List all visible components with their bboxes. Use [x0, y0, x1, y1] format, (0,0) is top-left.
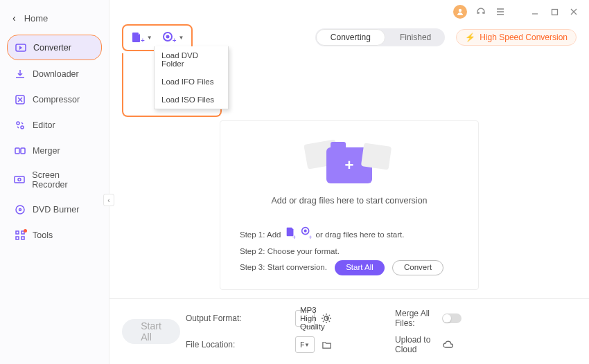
add-disc-dropdown: Load DVD Folder Load IFO Files Load ISO …: [154, 46, 229, 109]
sidebar-item-merger[interactable]: Merger: [7, 138, 102, 163]
tab-finished[interactable]: Finished: [386, 28, 445, 46]
add-file-icon: +: [285, 226, 296, 244]
sidebar-item-label: Merger: [33, 146, 60, 156]
steps-panel: Step 1: Add + + or drag files here to st…: [230, 226, 468, 275]
main-area: + ▼ + ▼ Load DVD Folder Load IFO Files L…: [109, 0, 589, 364]
svg-rect-13: [21, 237, 24, 239]
step-3: Step 3: Start conversion. Start All Conv…: [240, 260, 459, 275]
drop-zone[interactable]: + Add or drag files here to start conver…: [220, 120, 479, 290]
file-location-select[interactable]: F:\Wondershare UniConverter 1▼: [295, 336, 315, 353]
menu-icon[interactable]: [495, 6, 506, 17]
back-icon: ‹: [12, 12, 16, 24]
svg-point-9: [19, 208, 21, 210]
sidebar-item-editor[interactable]: Editor: [7, 113, 102, 137]
sidebar: ‹ Home Converter Downloader Compressor E…: [0, 0, 109, 364]
dropzone-illustration: +: [326, 138, 372, 196]
sidebar-item-compressor[interactable]: Compressor: [7, 87, 102, 111]
step-1: Step 1: Add + + or drag files here to st…: [240, 226, 459, 244]
chevron-down-icon: ▼: [147, 35, 152, 41]
svg-point-8: [16, 206, 24, 214]
home-link[interactable]: ‹ Home: [0, 6, 109, 33]
output-format-select[interactable]: MP3 High Quality▼: [295, 310, 315, 327]
merger-icon: [14, 145, 26, 156]
add-disc-button[interactable]: + ▼: [162, 31, 184, 44]
cloud-icon[interactable]: [442, 338, 455, 351]
avatar[interactable]: [453, 5, 467, 19]
plus-icon: +: [345, 156, 354, 174]
chevron-down-icon: ▼: [179, 35, 184, 41]
home-label: Home: [24, 13, 49, 24]
high-speed-button[interactable]: ⚡ High Speed Conversion: [456, 29, 577, 46]
start-all-pill[interactable]: Start All: [335, 260, 385, 275]
sidebar-item-label: Editor: [33, 120, 55, 130]
svg-point-17: [166, 36, 168, 38]
close-icon[interactable]: [568, 6, 579, 17]
downloader-icon: [14, 68, 26, 80]
sidebar-item-label: Converter: [33, 43, 71, 53]
svg-point-20: [324, 316, 328, 320]
file-location-label: File Location:: [186, 340, 290, 349]
sidebar-item-label: Downloader: [33, 69, 79, 79]
step-2: Step 2: Choose your format.: [240, 244, 459, 260]
bottom-bar: Output Format: MP3 High Quality▼ Merge A…: [109, 298, 589, 364]
sidebar-item-downloader[interactable]: Downloader: [7, 62, 102, 86]
chevron-down-icon: ▼: [304, 342, 310, 348]
sidebar-item-label: DVD Burner: [33, 205, 79, 215]
output-format-label: Output Format:: [186, 313, 290, 323]
dvd-burner-icon: [14, 203, 26, 215]
converter-icon: [15, 42, 26, 53]
compressor-icon: [14, 93, 26, 105]
sidebar-item-converter[interactable]: Converter: [7, 35, 102, 60]
svg-rect-5: [21, 148, 25, 154]
sidebar-item-label: Tools: [33, 230, 53, 240]
dropdown-item-ifo[interactable]: Load IFO Files: [155, 73, 228, 91]
open-folder-icon[interactable]: [320, 338, 333, 351]
tools-icon: [14, 229, 26, 241]
sidebar-item-label: Screen Recorder: [32, 170, 95, 190]
editor-icon: [14, 119, 26, 131]
support-icon[interactable]: [475, 6, 486, 17]
high-speed-label: High Speed Conversion: [480, 33, 568, 42]
format-settings-icon[interactable]: [320, 312, 333, 325]
sidebar-item-screen-recorder[interactable]: Screen Recorder: [7, 164, 102, 196]
svg-point-7: [18, 179, 21, 181]
svg-rect-15: [552, 9, 557, 15]
status-tabs: Converting Finished: [315, 28, 445, 46]
sidebar-item-tools[interactable]: Tools: [7, 223, 102, 247]
svg-point-14: [459, 9, 461, 12]
merge-label: Merge All Files:: [395, 309, 437, 328]
svg-point-2: [17, 122, 19, 125]
svg-point-19: [305, 230, 307, 232]
dropdown-item-iso[interactable]: Load ISO Files: [155, 91, 228, 109]
svg-rect-12: [16, 237, 19, 239]
screen-recorder-icon: [14, 174, 25, 186]
minimize-icon[interactable]: [529, 6, 540, 17]
dropzone-message: Add or drag files here to start conversi…: [230, 196, 468, 206]
svg-point-3: [21, 126, 24, 129]
add-disc-icon: +: [301, 226, 312, 244]
svg-rect-4: [15, 148, 19, 154]
dropdown-item-dvd-folder[interactable]: Load DVD Folder: [155, 46, 228, 73]
add-source-group: + ▼ + ▼ Load DVD Folder Load IFO Files L…: [122, 24, 193, 51]
add-file-button[interactable]: + ▼: [130, 31, 152, 44]
sidebar-item-dvd-burner[interactable]: DVD Burner: [7, 197, 102, 221]
lightning-icon: ⚡: [465, 33, 475, 42]
start-all-button[interactable]: Start All: [122, 319, 180, 344]
upload-cloud-label: Upload to Cloud: [395, 335, 437, 354]
convert-pill[interactable]: Convert: [392, 260, 443, 275]
sidebar-item-label: Compressor: [33, 95, 80, 104]
tab-converting[interactable]: Converting: [316, 29, 385, 46]
svg-rect-10: [16, 231, 19, 234]
svg-rect-6: [15, 176, 24, 183]
maximize-icon[interactable]: [549, 6, 560, 17]
collapse-sidebar-button[interactable]: ‹: [103, 194, 114, 206]
titlebar: [109, 0, 589, 24]
merge-toggle[interactable]: [442, 313, 461, 323]
